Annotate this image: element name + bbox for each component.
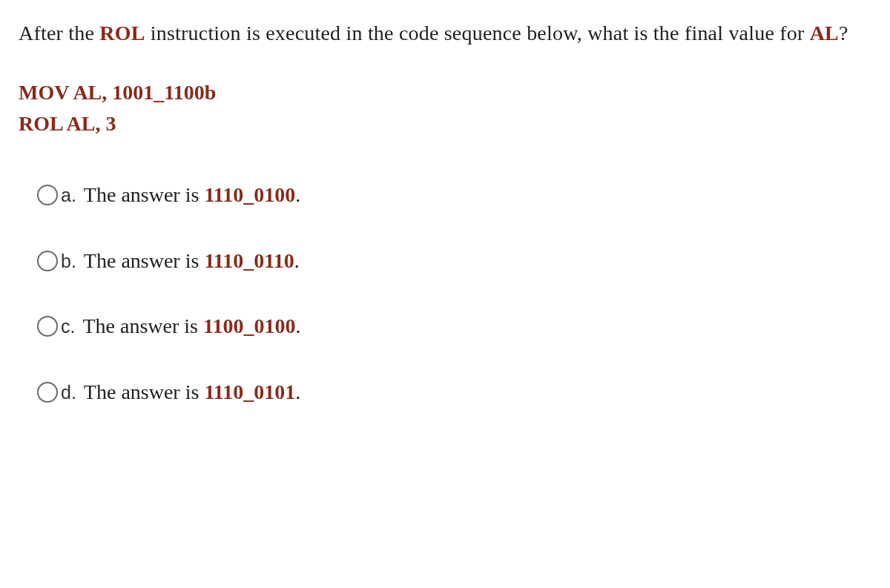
- option-a[interactable]: a. The answer is 1110_0100.: [37, 180, 871, 211]
- code-line-2: ROL AL, 3: [19, 108, 871, 139]
- instruction-name: ROL: [99, 22, 145, 44]
- option-lead: The answer is: [84, 183, 205, 206]
- code-block: MOV AL, 1001_1100b ROL AL, 3: [19, 77, 871, 139]
- option-tail: .: [294, 249, 300, 272]
- option-tail: .: [295, 380, 300, 403]
- radio-icon[interactable]: [37, 185, 58, 205]
- radio-icon[interactable]: [37, 316, 58, 337]
- option-tail: .: [295, 183, 300, 206]
- option-text: The answer is 1110_0101.: [84, 377, 300, 408]
- options-list: a. The answer is 1110_0100. b. The answe…: [19, 180, 871, 407]
- option-letter: b.: [61, 248, 76, 274]
- option-d[interactable]: d. The answer is 1110_0101.: [37, 377, 871, 408]
- option-value: 1110_0100: [204, 183, 295, 206]
- option-lead: The answer is: [84, 380, 205, 403]
- option-letter: d.: [61, 379, 76, 406]
- option-c[interactable]: c. The answer is 1100_0100.: [37, 311, 871, 342]
- question-suffix: ?: [839, 22, 848, 44]
- option-b[interactable]: b. The answer is 1110_0110.: [37, 246, 871, 277]
- option-text: The answer is 1110_0100.: [84, 180, 300, 211]
- option-letter: c.: [61, 313, 75, 340]
- option-value: 1100_0100: [203, 314, 295, 337]
- option-text: The answer is 1100_0100.: [82, 311, 300, 342]
- option-value: 1110_0110: [204, 249, 294, 272]
- radio-icon[interactable]: [37, 251, 58, 271]
- option-lead: The answer is: [84, 249, 205, 272]
- question-text: After the ROL instruction is executed in…: [19, 15, 871, 51]
- question-mid: instruction is executed in the code sequ…: [145, 22, 810, 44]
- question-prefix: After the: [19, 22, 99, 44]
- option-lead: The answer is: [82, 314, 203, 337]
- code-line-1: MOV AL, 1001_1100b: [19, 77, 871, 108]
- option-text: The answer is 1110_0110.: [84, 246, 300, 277]
- register-name: AL: [810, 22, 839, 44]
- option-value: 1110_0101: [204, 380, 295, 403]
- option-letter: a.: [61, 182, 76, 208]
- option-tail: .: [295, 314, 300, 337]
- radio-icon[interactable]: [37, 382, 58, 403]
